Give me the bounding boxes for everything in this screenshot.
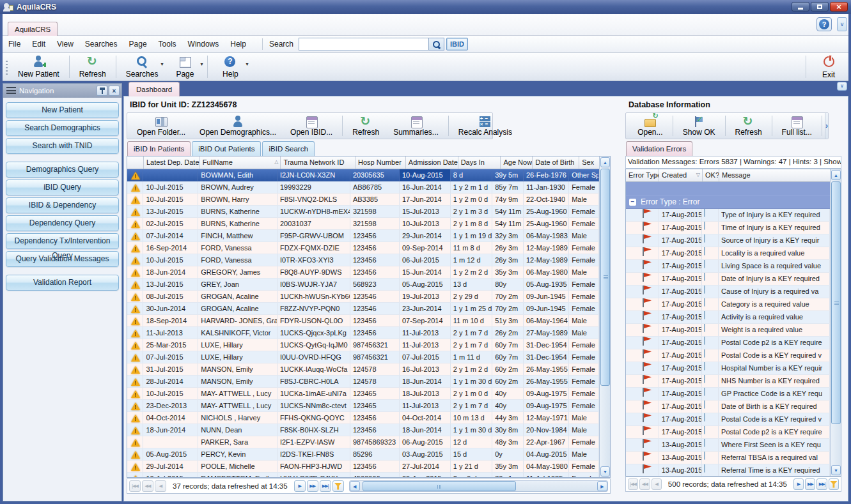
sidebar-item-search-demographics[interactable]: Search Demographics <box>6 120 119 136</box>
checkbox-icon[interactable] <box>704 426 705 434</box>
column-header-warning[interactable] <box>127 157 144 169</box>
table-row[interactable]: 10-Jul-2015BROWN, Audrey19993229AB867851… <box>127 181 599 194</box>
table-row[interactable]: 02-Jul-2015BURNS, Katherine2003103732159… <box>127 218 599 230</box>
pin-button[interactable] <box>97 86 107 96</box>
scrollbar-thumb[interactable] <box>600 169 610 386</box>
patients-horizontal-scrollbar[interactable]: ◀ ▶ <box>349 480 608 492</box>
button-open-folder[interactable]: Open Folder... <box>130 113 192 139</box>
toolbar-grip[interactable] <box>627 117 629 135</box>
scroll-up-icon[interactable]: ▲ <box>600 157 610 167</box>
prev-page-button[interactable]: ◀ <box>155 480 166 492</box>
scrollbar-thumb[interactable] <box>363 481 516 491</box>
validation-row[interactable]: 17-Aug-2015Postal Code p2 is a KEY requi… <box>626 337 830 349</box>
button-page[interactable]: Page▾ <box>165 53 205 80</box>
sidebar-item-dependency-tx-intervention-query[interactable]: Dependency Tx/Intervention Query <box>6 233 119 249</box>
validation-row[interactable]: 17-Aug-2015Cause of Injury is a required… <box>626 286 830 298</box>
checkbox-icon[interactable] <box>704 286 705 294</box>
button-recalc-analysis[interactable]: Recalc Analysis <box>451 113 519 139</box>
checkbox-icon[interactable] <box>704 401 705 409</box>
validation-row[interactable]: 17-Aug-2015Date of Birth is a KEY requir… <box>626 401 830 413</box>
exit-button[interactable]: Exit <box>809 53 848 80</box>
validation-row[interactable]: 13-Aug-2015Where First Seen is a KEY req… <box>626 439 830 452</box>
button-open-ibid[interactable]: Open IBID... <box>283 113 340 139</box>
menu-item-searches[interactable]: Searches <box>79 37 123 51</box>
search-button[interactable] <box>429 38 444 50</box>
validation-row[interactable]: 17-Aug-2015Type of Injury is a KEY requi… <box>626 209 830 222</box>
scroll-left-icon[interactable]: ◀ <box>350 481 360 491</box>
menu-item-edit[interactable]: Edit <box>26 37 51 51</box>
validation-row[interactable]: 13-Aug-2015Referral Time is a KEY requir… <box>626 464 830 476</box>
column-header-error-type[interactable]: Error Type△ <box>626 169 659 181</box>
fast-next-button[interactable]: ▶▶ <box>805 478 815 490</box>
button-open[interactable]: Open... <box>630 113 670 139</box>
validation-row[interactable]: 17-Aug-2015Source of Injury is a KEY req… <box>626 234 830 247</box>
validation-row[interactable]: 17-Aug-2015Postal Code is a KEY required… <box>626 349 830 362</box>
validation-row[interactable]: 13-Aug-2015Referral TBSA is a required v… <box>626 452 830 464</box>
checkbox-icon[interactable] <box>704 311 705 319</box>
sidebar-item-demographics-query[interactable]: Demographics Query <box>6 162 119 178</box>
menu-item-page[interactable]: Page <box>123 37 153 51</box>
button-help[interactable]: Help▾ <box>210 53 250 80</box>
button-refresh[interactable]: Refresh <box>72 53 113 80</box>
filter-button[interactable] <box>829 478 839 490</box>
table-row[interactable]: 18-Sep-2014HARVARD- JONES, GrayFDYR-USON… <box>127 315 599 327</box>
last-page-button[interactable]: ▶▶| <box>816 478 827 490</box>
validation-row[interactable]: 17-Aug-2015Activity is a required value <box>626 311 830 324</box>
menu-item-file[interactable]: File <box>3 37 26 51</box>
scrollbar-thumb[interactable] <box>831 181 841 424</box>
table-row[interactable]: PARKER, SaraI2F1-EZPV-IASW9874586932306-… <box>127 436 599 448</box>
table-row[interactable]: 08-Jul-2015GROGAN, Acaline1UCKh-hWUSn-KY… <box>127 291 599 303</box>
table-row[interactable]: 23-Dec-2013MAY- ATTWELL , Lucy1UCKS-NNm8… <box>127 400 599 412</box>
table-row[interactable]: 10-Jul-2015FORD, VanessaI0TR-XFO3-XYI312… <box>127 254 599 266</box>
validation-row[interactable]: 17-Aug-2015Time of Injury is a KEY requi… <box>626 222 830 234</box>
menu-item-view[interactable]: View <box>51 37 79 51</box>
button-show-ok[interactable]: Show OK <box>676 113 722 139</box>
app-tab-aquilacrs[interactable]: AquilaCRS <box>8 22 58 36</box>
column-header-admission-date[interactable]: Admission Date <box>406 157 458 169</box>
button-refresh[interactable]: Refresh <box>345 113 386 139</box>
checkbox-icon[interactable] <box>704 209 705 217</box>
table-row[interactable]: 13-Jul-2015GREY, JoanI0BS-WUJR-YJA756892… <box>127 279 599 291</box>
button-full-list[interactable]: Full list... <box>775 113 819 139</box>
checkbox-icon[interactable] <box>704 413 705 422</box>
table-row[interactable]: 07-Jul-2015LUXE, HillaryI0UU-OVRD-HFQG98… <box>127 351 599 363</box>
column-header-days-in[interactable]: Days In <box>458 157 501 169</box>
minimize-button[interactable] <box>792 2 809 11</box>
sidebar-item-ibid-query[interactable]: iBID Query <box>6 179 119 195</box>
scroll-down-icon[interactable]: ▼ <box>600 466 610 477</box>
validation-row[interactable]: 17-Aug-2015Living Space is a required va… <box>626 260 830 273</box>
selected-empty-row[interactable] <box>626 182 830 195</box>
maximize-button[interactable] <box>811 2 829 11</box>
close-button[interactable]: × <box>830 2 848 11</box>
group-row-error-type[interactable]: −Error Type : Error <box>626 195 830 209</box>
checkbox-icon[interactable] <box>704 298 705 307</box>
checkbox-icon[interactable] <box>704 222 705 230</box>
sidebar-item-search-with-tnid[interactable]: Search with TNID <box>6 138 119 154</box>
button-open-demographics[interactable]: Open Demographics... <box>192 113 283 139</box>
checkbox-icon[interactable] <box>704 388 705 396</box>
table-row[interactable]: 18-Jun-2014NUNN, DeanF8SK-B0HX-SLZH12345… <box>127 424 599 436</box>
sidebar-item-query-validation-messages[interactable]: Query Validation Messages <box>6 251 119 267</box>
table-row[interactable]: 31-Jul-2015MANSON, Emily1UCKK-lAuqq-WoCf… <box>127 363 599 376</box>
scroll-right-icon[interactable]: ▶ <box>597 481 607 491</box>
checkbox-icon[interactable] <box>704 464 705 473</box>
checkbox-icon[interactable] <box>704 375 705 383</box>
toolbar-grip[interactable] <box>4 57 10 77</box>
validation-row[interactable]: 17-Aug-2015Date of Injury is a KEY requi… <box>626 273 830 286</box>
button-summaries[interactable]: Summaries... <box>386 113 446 139</box>
search-input[interactable] <box>299 38 429 50</box>
toolbar-overflow-icon[interactable]: › <box>825 113 828 139</box>
column-header-fullname[interactable]: FullName△ <box>200 157 281 169</box>
table-row[interactable]: 11-Jul-2013KALSHNIKOFF, Victor1UCKS-Qjqc… <box>127 327 599 339</box>
table-row[interactable]: BOWMAN, EdithI2JN-LC0N-X3ZN2030563510-Au… <box>127 169 599 181</box>
tab-ibid-in-patients[interactable]: iBID In Patients <box>127 141 191 156</box>
collapse-icon[interactable]: − <box>629 199 636 206</box>
table-row[interactable]: 16-Sep-2014FORD, VanessaFDZX-FQMX-DZIE12… <box>127 242 599 254</box>
menu-item-tools[interactable]: Tools <box>153 37 182 51</box>
column-header-date-of-birth[interactable]: Date of Birth <box>533 157 579 169</box>
validation-row[interactable]: 17-Aug-2015Hospital Number is a KEY requ… <box>626 362 830 375</box>
button-searches[interactable]: Searches▾ <box>119 53 166 80</box>
button-refresh[interactable]: Refresh <box>728 113 769 139</box>
menu-item-help[interactable]: Help <box>224 37 252 51</box>
table-row[interactable]: 04-Oct-2014NICHOLS , HarveyFFHS-QKNG-QOY… <box>127 412 599 424</box>
